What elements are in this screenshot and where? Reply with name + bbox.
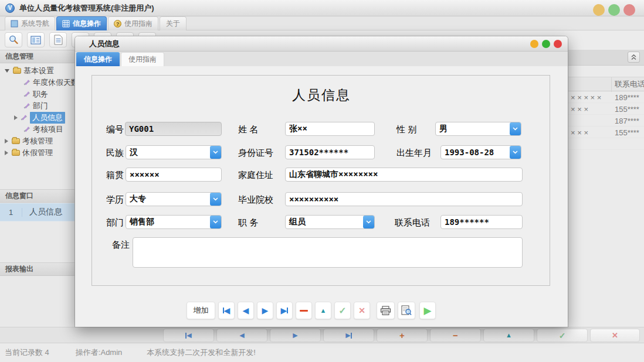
form-title: 人员信息 [92, 86, 551, 104]
cell-phone: 189**** [615, 91, 644, 103]
tab-user-guide[interactable]: ? 使用指南 [108, 16, 158, 30]
nav-last-button[interactable]: ▶ [276, 302, 293, 319]
tab-system-nav[interactable]: 系统导航 [5, 16, 55, 30]
delete-record-button[interactable] [296, 302, 312, 319]
department-select[interactable]: 销售部 [126, 215, 222, 229]
print-preview-button[interactable] [398, 302, 415, 319]
name-field[interactable] [285, 122, 375, 136]
selected-value: 1993-08-28 [441, 146, 510, 159]
nav-last-button[interactable]: ▶ [323, 329, 374, 342]
dialog-close-button[interactable] [554, 40, 562, 48]
up-triangle-icon: ▲ [506, 332, 512, 339]
field-label-ethnic: 民族 [106, 148, 124, 159]
remark-textarea[interactable] [133, 237, 523, 268]
confirm-button[interactable]: ✓ [537, 329, 588, 342]
search-icon [8, 35, 19, 45]
dialog-tab-user-guide[interactable]: 使用指南 [121, 52, 164, 66]
chevron-down-icon[interactable] [510, 146, 521, 159]
form-view-button[interactable] [27, 32, 45, 47]
cancel-button[interactable]: ✕ [354, 302, 370, 319]
sidebar-item-label: 考核项目 [33, 124, 63, 135]
tab-label: 使用指南 [124, 19, 152, 29]
gender-select[interactable]: 男 [435, 122, 521, 136]
dialog-minimize-button[interactable] [530, 40, 538, 48]
row-index: 1 [0, 208, 22, 217]
chevron-down-icon[interactable] [210, 193, 221, 206]
origin-field[interactable] [126, 168, 222, 182]
check-icon: ✓ [338, 305, 346, 316]
tab-about[interactable]: 关于 [160, 16, 187, 30]
delete-record-button[interactable]: − [430, 329, 481, 342]
window-titlebar: V 单位人员量化考核管理系统(非注册用户) [0, 0, 644, 16]
nav-prev-button[interactable]: ◀ [238, 302, 254, 319]
nav-first-button[interactable]: ◀ [218, 302, 235, 319]
selected-value: 汉 [126, 146, 210, 159]
run-button[interactable]: ▶ [419, 302, 436, 319]
caret-right-icon[interactable] [5, 151, 8, 155]
minus-icon [300, 310, 308, 312]
close-button[interactable] [623, 4, 635, 16]
dialog-title: 人员信息 [89, 39, 120, 49]
nav-first-button[interactable]: ◀ [163, 329, 214, 342]
edit-record-button[interactable]: ▲ [315, 302, 331, 319]
column-header-phone[interactable]: 联系电话 [615, 78, 644, 90]
sidebar-item-label: 考核管理 [22, 136, 53, 146]
nav-prev-button[interactable]: ◀ [216, 329, 267, 342]
collapse-chevrons-icon [631, 54, 637, 60]
chevron-down-icon[interactable] [510, 122, 521, 135]
caret-down-icon[interactable] [5, 69, 9, 73]
column-divider [611, 77, 612, 92]
cancel-button[interactable]: ✕ [590, 329, 640, 342]
collapse-panel-button[interactable] [628, 52, 640, 63]
dialog-maximize-button[interactable] [542, 40, 550, 48]
tool-icon [23, 126, 30, 133]
nav-next-button[interactable]: ▶ [270, 329, 321, 342]
edit-record-button[interactable]: ▲ [483, 329, 534, 342]
field-label-id: 编号 [106, 124, 124, 135]
education-select[interactable]: 大专 [126, 192, 222, 206]
minimize-button[interactable] [593, 4, 605, 16]
tool-icon [23, 79, 30, 86]
birth-date-select[interactable]: 1993-08-28 [440, 145, 521, 159]
nav-next-button[interactable]: ▶ [257, 302, 273, 319]
maximize-button[interactable] [608, 4, 620, 16]
tool-icon [21, 114, 28, 121]
id-field[interactable] [125, 122, 222, 136]
cell-phone: 155**** [615, 103, 644, 115]
confirm-button[interactable]: ✓ [334, 302, 351, 319]
cell-masked: × × × [571, 127, 609, 138]
status-bar: 当前记录数 4 操作者:Admin 本系统支持二次开发和全新开发! [0, 343, 644, 362]
tool-icon [23, 91, 30, 98]
nav-last-icon: ▶ [345, 332, 350, 339]
address-field[interactable] [285, 168, 523, 182]
dialog-tabbar: 信息操作 使用指南 [75, 52, 568, 66]
field-label-id-card: 身份证号 [238, 148, 273, 159]
chevron-down-icon[interactable] [363, 216, 374, 228]
tab-label: 系统导航 [21, 19, 49, 29]
ethnic-select[interactable]: 汉 [126, 145, 222, 159]
dialog-tab-info-operate[interactable]: 信息操作 [76, 52, 120, 66]
id-card-field[interactable] [285, 145, 375, 159]
dialog-titlebar[interactable]: 人员信息 [75, 36, 568, 52]
folder-icon [12, 138, 20, 144]
position-select[interactable]: 组员 [285, 215, 375, 229]
question-icon: ? [114, 20, 121, 28]
caret-right-icon[interactable] [14, 115, 18, 120]
caret-right-icon[interactable] [5, 139, 8, 144]
nav-last-icon [351, 333, 352, 339]
add-button[interactable]: 增加 [187, 302, 215, 319]
nav-first-icon: ◀ [224, 306, 231, 315]
chevron-down-icon[interactable] [210, 146, 221, 159]
print-button[interactable] [377, 302, 395, 319]
add-record-button[interactable]: + [377, 329, 428, 342]
phone-field[interactable] [440, 215, 523, 229]
school-field[interactable] [285, 192, 523, 206]
printer-icon [380, 306, 391, 316]
nav-next-icon: ▶ [293, 332, 297, 339]
chevron-down-icon[interactable] [210, 216, 221, 228]
document-button[interactable] [49, 32, 67, 47]
field-label-school: 毕业院校 [238, 194, 273, 206]
app-logo-icon: V [5, 4, 15, 13]
search-button[interactable] [5, 32, 22, 47]
tab-info-operate[interactable]: 信息操作 [56, 16, 107, 30]
